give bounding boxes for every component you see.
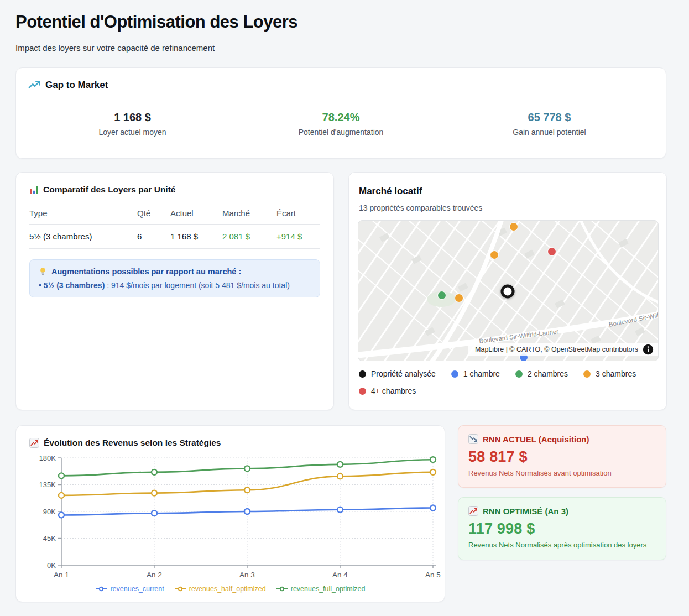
svg-text:An 4: An 4 — [332, 571, 348, 579]
rnn-optimized-title: RNN OPTIMISÉ (An 3) — [483, 507, 568, 516]
chart-legend-item-revenues_half_optimized[interactable]: revenues_half_optimized — [174, 585, 266, 593]
legend-label-analyzed: Propriété analysée — [371, 369, 436, 378]
stat-annual-gain-label: Gain annuel potentiel — [445, 128, 654, 137]
stat-current-rent: 1 168 $ Loyer actuel moyen — [28, 111, 237, 137]
rnn-current-title: RNN ACTUEL (Acquisition) — [483, 435, 589, 444]
map-marker[interactable] — [548, 248, 556, 255]
svg-text:90K: 90K — [43, 508, 56, 516]
rental-market-title: Marché locatif — [359, 186, 657, 197]
infobox-title: Augmentations possibles par rapport au m… — [51, 267, 241, 276]
column-header-qty: Qté — [137, 203, 170, 225]
rnn-optimized-caption: Revenus Nets Normalisés après optimisati… — [468, 541, 656, 549]
cell-actual-rent: 1 168 $ — [170, 225, 222, 249]
cell-rent-gap: +914 $ — [276, 225, 320, 249]
legend-label-4br: 4+ chambres — [371, 387, 416, 395]
rent-optimization-page: Potentiel d'Optimisation des Loyers Impa… — [0, 0, 689, 616]
rent-comparison-card: Comparatif des Loyers par Unité Type Qté… — [15, 172, 334, 410]
column-header-actual: Actuel — [170, 203, 222, 225]
revenue-evolution-card: Évolution des Revenus selon les Stratégi… — [15, 425, 445, 602]
stat-current-rent-label: Loyer actuel moyen — [28, 128, 237, 137]
map-marker[interactable] — [438, 291, 446, 299]
svg-text:45K: 45K — [43, 534, 56, 542]
rnn-optimized-value: 117 998 $ — [468, 520, 656, 537]
legend-marker-icon — [174, 586, 186, 592]
map-legend: Propriété analysée 1 chambre 2 chambres … — [359, 369, 657, 395]
map-attribution: MapLibre | © CARTO, © OpenStreetMap cont… — [468, 343, 658, 356]
gap-to-market-card: Gap to Market 1 168 $ Loyer actuel moyen… — [15, 67, 666, 159]
infobox-item: • 5½ (3 chambres) : 914 $/mois par logem… — [39, 281, 311, 290]
stat-annual-gain: 65 778 $ Gain annuel potentiel — [445, 111, 654, 137]
map-marker-target[interactable] — [500, 285, 514, 299]
map-marker[interactable] — [510, 223, 518, 231]
gap-stats: 1 168 $ Loyer actuel moyen 78.24% Potent… — [28, 111, 654, 137]
stat-increase-potential: 78.24% Potentiel d'augmentation — [237, 111, 445, 137]
table-row: 5½ (3 chambres) 6 1 168 $ 2 081 $ +914 $ — [29, 225, 320, 249]
svg-text:An 3: An 3 — [239, 571, 255, 579]
legend-item-1br: 1 chambre — [451, 369, 500, 378]
legend-marker-icon — [95, 586, 107, 592]
svg-text:0K: 0K — [47, 561, 56, 570]
increase-infobox: Augmentations possibles par rapport au m… — [29, 259, 320, 297]
legend-item-2br: 2 chambres — [515, 369, 568, 378]
chart-legend-item-revenues_full_optimized[interactable]: revenues_full_optimized — [276, 585, 366, 593]
map-marker[interactable] — [490, 251, 498, 259]
chart-increasing-icon — [29, 438, 39, 448]
revenue-chart-svg[interactable]: 0K45K90K135K180KAn 1An 2An 3An 4An 5 — [16, 451, 446, 581]
stat-increase-potential-label: Potentiel d'augmentation — [237, 128, 445, 137]
svg-text:An 5: An 5 — [425, 571, 441, 579]
legend-item-analyzed: Propriété analysée — [359, 369, 436, 378]
rnn-optimized-card: RNN OPTIMISÉ (An 3) 117 998 $ Revenus Ne… — [458, 497, 666, 560]
legend-label-1br: 1 chambre — [463, 369, 500, 378]
rnn-current-value: 58 817 $ — [468, 448, 656, 466]
legend-dot-3br — [583, 370, 591, 378]
legend-dot-analyzed — [359, 370, 366, 378]
cell-unit-type: 5½ (3 chambres) — [29, 225, 137, 249]
legend-marker-icon — [276, 586, 288, 592]
legend-item-3br: 3 chambres — [583, 369, 636, 378]
chart-legend-item-revenues_current[interactable]: revenues_current — [95, 585, 164, 593]
info-icon[interactable] — [643, 344, 654, 355]
svg-text:An 1: An 1 — [54, 571, 69, 579]
column-header-market: Marché — [222, 203, 276, 225]
svg-text:An 2: An 2 — [147, 571, 162, 579]
rental-market-card: Marché locatif 13 propriétés comparables… — [348, 172, 667, 410]
map-canvas[interactable]: Boulevard Sir-Wilfrid-Laurier Boulevard … — [358, 220, 659, 361]
bar-chart-icon — [29, 185, 39, 195]
svg-text:135K: 135K — [39, 481, 56, 489]
column-header-type: Type — [29, 203, 137, 225]
page-subtitle: Impact des loyers sur votre capacité de … — [15, 43, 215, 53]
cell-quantity: 6 — [137, 225, 170, 249]
chart-legend: revenues_currentrevenues_half_optimizedr… — [16, 585, 445, 593]
legend-label-3br: 3 chambres — [596, 369, 636, 378]
chart-increasing-icon — [468, 506, 478, 516]
table-header-row: Type Qté Actuel Marché Écart — [29, 203, 320, 225]
lightbulb-icon — [39, 267, 47, 276]
rnn-current-card: RNN ACTUEL (Acquisition) 58 817 $ Revenu… — [458, 425, 666, 488]
rental-market-subtitle: 13 propriétés comparables trouvées — [359, 203, 657, 212]
stat-increase-potential-value: 78.24% — [237, 111, 445, 124]
trending-up-icon — [28, 79, 40, 91]
infobox-item-unit: • 5½ (3 chambres) — [39, 281, 105, 290]
gap-card-title: Gap to Market — [45, 80, 108, 91]
legend-label-2br: 2 chambres — [528, 369, 568, 378]
legend-dot-2br — [515, 370, 523, 378]
map-marker[interactable] — [455, 294, 463, 302]
svg-text:180K: 180K — [39, 454, 56, 462]
column-header-gap: Écart — [276, 203, 320, 225]
legend-dot-4br — [359, 388, 366, 395]
rent-comparison-title: Comparatif des Loyers par Unité — [43, 185, 175, 195]
stat-annual-gain-value: 65 778 $ — [445, 111, 654, 124]
page-title: Potentiel d'Optimisation des Loyers — [15, 12, 297, 32]
rnn-current-caption: Revenus Nets Normalisés avant optimisati… — [468, 469, 656, 477]
map-attribution-text[interactable]: MapLibre | © CARTO, © OpenStreetMap cont… — [475, 346, 638, 353]
stat-current-rent-value: 1 168 $ — [28, 111, 237, 124]
rent-comparison-table: Type Qté Actuel Marché Écart 5½ (3 chamb… — [29, 203, 320, 249]
cell-market-rent: 2 081 $ — [222, 225, 276, 249]
chart-decreasing-icon — [468, 434, 478, 444]
revenue-chart-title: Évolution des Revenus selon les Stratégi… — [44, 438, 221, 448]
infobox-item-detail: : 914 $/mois par logement (soit 5 481 $/… — [105, 281, 290, 290]
legend-item-4br: 4+ chambres — [359, 387, 657, 395]
legend-dot-1br — [451, 370, 458, 378]
